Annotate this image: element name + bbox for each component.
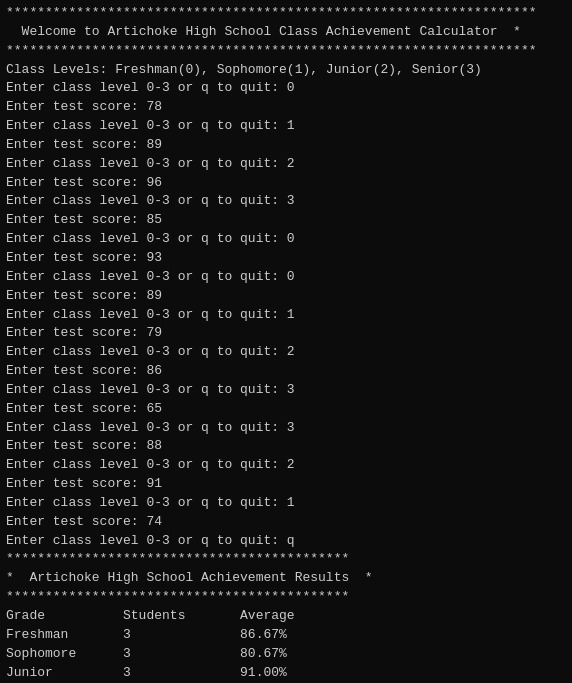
terminal-output: ****************************************… xyxy=(6,4,566,683)
